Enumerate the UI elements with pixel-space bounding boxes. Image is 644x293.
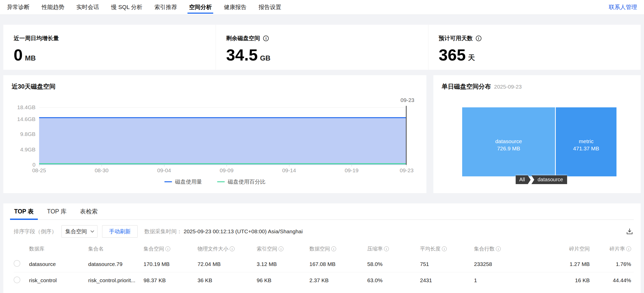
- col-header-database: 数据库: [29, 245, 88, 252]
- table-row[interactable]: risk_control risk_control.priorit... 98.…: [14, 272, 634, 288]
- nav-tab-slow-sql[interactable]: 慢 SQL 分析: [111, 0, 142, 14]
- nav-tab-index-recommend[interactable]: 索引推荐: [154, 0, 177, 14]
- breadcrumb-datasource[interactable]: datasource: [531, 175, 567, 184]
- legend-disk-usage-percent[interactable]: 磁盘使用百分比: [217, 178, 266, 185]
- top-tables-section: TOP 表 TOP 库 表检索 排序字段（倒序） 集合空间 手动刷新 数据采集时…: [3, 203, 641, 293]
- cell-data-space: 167.08 MB: [309, 261, 367, 267]
- col-header-row-count: 集合行数: [474, 245, 533, 252]
- col-header-compression-ratio: 压缩率: [367, 245, 420, 252]
- x-tick: 09-14: [282, 167, 296, 174]
- nav-tab-space-analysis[interactable]: 空间分析: [189, 0, 212, 14]
- treemap-breadcrumb: All datasource: [516, 175, 567, 184]
- x-tick: 09-23: [400, 167, 414, 174]
- stat-unit: MB: [25, 54, 36, 62]
- legend-disk-usage[interactable]: 磁盘使用量: [164, 178, 202, 185]
- chart-title: 近30天磁盘空间: [12, 82, 56, 91]
- chart-legend: 磁盘使用量 磁盘使用百分比: [3, 178, 426, 185]
- y-tick: 9.8GB: [1, 131, 35, 137]
- row-radio[interactable]: [14, 277, 20, 283]
- treemap-cell-datasource[interactable]: datasource 726.9 MB: [462, 107, 556, 176]
- stat-label: 近一周日均增长量: [14, 35, 59, 42]
- tab-top-tables[interactable]: TOP 表: [14, 203, 34, 219]
- chevron-down-icon: [91, 229, 94, 232]
- cell-row-count: 233258: [474, 261, 533, 267]
- date-marker-label: 09-23: [400, 97, 414, 103]
- stat-label: 剩余磁盘空间: [226, 35, 260, 42]
- stat-value: 365: [439, 47, 466, 63]
- stat-unit: 天: [468, 53, 475, 62]
- tab-top-databases[interactable]: TOP 库: [47, 203, 67, 219]
- col-header-data-space: 数据空间: [309, 245, 367, 252]
- tab-table-search[interactable]: 表检索: [79, 203, 98, 219]
- x-tick: 09-19: [345, 167, 359, 174]
- stat-card-available-days: 预计可用天数 365 天: [428, 25, 641, 70]
- sort-field-label: 排序字段（倒序）: [14, 228, 57, 235]
- x-tick: 09-04: [157, 167, 171, 174]
- info-icon[interactable]: [165, 246, 170, 251]
- info-icon[interactable]: [384, 246, 389, 251]
- table-header-row: 数据库 集合名 集合空间 物理文件大小 索引空间 数据空间 压缩率 平均长度 集…: [14, 242, 634, 256]
- info-icon[interactable]: [476, 36, 481, 41]
- info-icon[interactable]: [263, 36, 269, 41]
- cell-avg-length: 2431: [420, 277, 474, 283]
- nav-tab-realtime-session[interactable]: 实时会话: [76, 0, 99, 14]
- info-icon[interactable]: [331, 246, 336, 251]
- info-icon[interactable]: [230, 246, 235, 251]
- table-row[interactable]: datasource datasource.79 170.19 MB 72.04…: [14, 256, 634, 272]
- cell-index-space: 96 KB: [257, 277, 309, 283]
- row-radio[interactable]: [14, 260, 20, 267]
- info-icon[interactable]: [442, 246, 447, 251]
- breadcrumb-all[interactable]: All: [516, 175, 531, 184]
- disk-usage-series-area: [39, 117, 407, 165]
- cell-compression-ratio: 58.0%: [367, 261, 420, 267]
- stats-band: 近一周日均增长量 0 MB 剩余磁盘空间 34.5 GB 预计可用天数 365 …: [3, 25, 641, 70]
- stat-value: 0: [14, 47, 23, 63]
- nav-tab-health-report[interactable]: 健康报告: [224, 0, 246, 14]
- date-marker-line: [406, 106, 407, 165]
- col-header-avg-length: 平均长度: [420, 245, 474, 252]
- top-tables-table: 数据库 集合名 集合空间 物理文件大小 索引空间 数据空间 压缩率 平均长度 集…: [14, 242, 634, 288]
- sort-field-select[interactable]: 集合空间: [61, 225, 97, 238]
- contact-management-link[interactable]: 联系人管理: [609, 0, 637, 14]
- disk-space-chart-panel: 近30天磁盘空间 18.4GB 14.6GB 9.8GB 4.9GB 0 09-…: [3, 75, 426, 193]
- info-icon[interactable]: [279, 246, 283, 251]
- treemap-date: 2025-09-23: [494, 84, 522, 90]
- table-controls: 排序字段（倒序） 集合空间 手动刷新 数据采集时间： 2025-09-23 00…: [14, 225, 634, 238]
- y-tick: 14.6GB: [1, 116, 35, 122]
- collect-time-value: 2025-09-23 00:12:13 (UTC+08:00) Asia/Sha…: [184, 228, 303, 235]
- nav-tab-abnormal-diagnosis[interactable]: 异常诊断: [7, 0, 30, 14]
- cell-fragment-ratio: 44.44%: [592, 277, 634, 283]
- disk-usage-area-chart: 18.4GB 14.6GB 9.8GB 4.9GB 0 09-23 08-25 …: [39, 107, 407, 165]
- download-icon[interactable]: [625, 227, 634, 236]
- info-icon[interactable]: [496, 246, 501, 251]
- daily-disk-distribution-panel: 单日磁盘空间分布2025-09-23 datasource 726.9 MB m…: [433, 75, 641, 193]
- cell-database: datasource: [29, 261, 88, 267]
- nav-tab-performance-trend[interactable]: 性能趋势: [42, 0, 64, 14]
- stat-value: 34.5: [226, 47, 258, 63]
- col-header-index-space: 索引空间: [257, 245, 309, 252]
- table-tabs: TOP 表 TOP 库 表检索: [14, 203, 634, 220]
- cell-fragment-space: 16 KB: [533, 277, 592, 283]
- collect-time-label: 数据采集时间：: [144, 228, 182, 235]
- col-header-collection-space: 集合空间: [144, 245, 198, 252]
- stat-card-daily-growth: 近一周日均增长量 0 MB: [3, 25, 216, 70]
- cell-collection-name: risk_control.priorit...: [88, 277, 144, 283]
- info-icon[interactable]: [626, 246, 631, 251]
- legend-swatch-icon: [217, 181, 225, 182]
- x-tick: 08-30: [95, 167, 109, 174]
- cell-data-space: 2.37 KB: [309, 277, 367, 283]
- disk-distribution-treemap: datasource 726.9 MB metric 471.37 MB: [462, 107, 616, 176]
- y-tick: 0: [1, 162, 35, 168]
- cell-collection-space: 170.19 MB: [144, 261, 198, 267]
- col-header-fragment-space: 碎片空间: [533, 245, 592, 252]
- cell-compression-ratio: 63.0%: [367, 277, 420, 283]
- treemap-cell-metric[interactable]: metric 471.37 MB: [556, 107, 616, 176]
- x-tick: 09-09: [220, 167, 234, 174]
- stat-label: 预计可用天数: [439, 35, 473, 42]
- disk-usage-percent-line: [39, 163, 407, 164]
- treemap-title: 单日磁盘空间分布: [442, 83, 491, 90]
- y-tick: 4.9GB: [1, 146, 35, 153]
- cell-avg-length: 751: [420, 261, 474, 267]
- manual-refresh-button[interactable]: 手动刷新: [102, 225, 138, 238]
- nav-tab-report-settings[interactable]: 报告设置: [258, 0, 281, 14]
